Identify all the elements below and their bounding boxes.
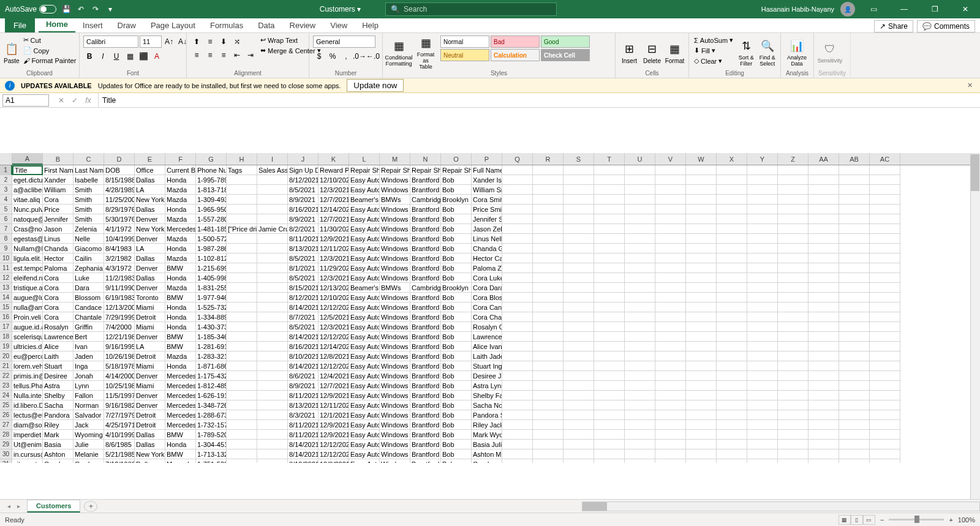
cell[interactable]: Brantford xyxy=(410,361,441,371)
cell[interactable] xyxy=(257,459,288,463)
cell[interactable] xyxy=(564,430,594,440)
cell[interactable] xyxy=(686,459,717,463)
cell[interactable]: 11/29/202 xyxy=(318,263,349,273)
cell[interactable]: Cora Dara xyxy=(472,283,502,293)
cell[interactable] xyxy=(533,205,564,214)
cell[interactable]: Cras@non xyxy=(12,224,43,234)
cell[interactable] xyxy=(839,175,870,185)
col-header[interactable]: O xyxy=(441,153,472,165)
cell[interactable] xyxy=(870,165,900,175)
cell[interactable]: Bob xyxy=(441,371,472,381)
cell[interactable]: Pandora xyxy=(43,410,74,420)
cell[interactable] xyxy=(564,410,594,420)
cell[interactable] xyxy=(655,332,686,342)
cell[interactable]: Easy Auto xyxy=(349,400,380,410)
cell[interactable]: 10/26/198 xyxy=(104,351,135,361)
cell[interactable] xyxy=(809,420,839,430)
cell[interactable] xyxy=(717,430,747,440)
cell[interactable]: Mercedes xyxy=(165,459,196,463)
align-top-icon[interactable]: ⬆ xyxy=(190,36,203,48)
cell[interactable]: Mercedes xyxy=(165,410,196,420)
cell[interactable]: Jason xyxy=(43,224,74,234)
ribbon-display-icon[interactable]: ▭ xyxy=(861,0,886,18)
cell[interactable]: Mark Wyoming xyxy=(472,430,502,440)
cell[interactable]: 8/13/2021 xyxy=(288,400,318,410)
cell[interactable]: Windows xyxy=(380,361,410,371)
cell[interactable]: Wyoming xyxy=(74,430,104,440)
view-page-layout-icon[interactable]: ▯ xyxy=(851,515,863,525)
cell[interactable]: Dallas xyxy=(135,273,165,283)
bold-button[interactable]: B xyxy=(83,50,96,62)
cell[interactable] xyxy=(625,254,655,263)
col-header[interactable]: U xyxy=(625,153,655,165)
cell[interactable] xyxy=(533,391,564,400)
cell[interactable] xyxy=(655,254,686,263)
cell[interactable]: 8/14/2021 xyxy=(288,332,318,342)
row-header[interactable]: 12 xyxy=(0,273,12,283)
cell[interactable]: 11/25/200 xyxy=(104,195,135,205)
cell[interactable] xyxy=(655,165,686,175)
cell[interactable]: Tags xyxy=(227,165,257,175)
cell[interactable]: Brantford xyxy=(410,449,441,459)
clear-button[interactable]: ◇ Clear ▾ xyxy=(693,56,734,66)
cell[interactable] xyxy=(747,195,778,205)
cell[interactable] xyxy=(502,165,533,175)
cell[interactable]: Windows xyxy=(380,410,410,420)
cell[interactable]: Chantale xyxy=(74,312,104,322)
cell[interactable] xyxy=(564,361,594,371)
cell[interactable] xyxy=(564,440,594,449)
cell[interactable] xyxy=(227,195,257,205)
cell[interactable] xyxy=(839,293,870,302)
cell[interactable]: 1-987-286-2721 xyxy=(196,244,227,254)
cell[interactable] xyxy=(717,381,747,391)
cell[interactable] xyxy=(594,391,625,400)
cell[interactable]: Blossom xyxy=(74,293,104,302)
cell[interactable]: BMW xyxy=(165,342,196,351)
cell[interactable] xyxy=(809,224,839,234)
cell[interactable] xyxy=(257,410,288,420)
cell[interactable]: 4/1/1972 xyxy=(104,224,135,234)
cell[interactable]: Brantford xyxy=(410,400,441,410)
cell[interactable]: Dallas xyxy=(135,430,165,440)
cell[interactable]: Alice Ivan xyxy=(472,342,502,351)
cell[interactable]: Bob xyxy=(441,322,472,332)
cell[interactable]: Repair Sh xyxy=(380,165,410,175)
cell[interactable]: Cambridge xyxy=(410,283,441,293)
cell[interactable]: Repair Sh xyxy=(410,165,441,175)
cell[interactable]: Mercedes xyxy=(165,381,196,391)
cell[interactable] xyxy=(778,195,809,205)
cell[interactable] xyxy=(717,175,747,185)
cell[interactable] xyxy=(686,440,717,449)
cell[interactable] xyxy=(594,185,625,195)
cell[interactable] xyxy=(870,400,900,410)
cell[interactable] xyxy=(870,420,900,430)
cell[interactable]: Melanie xyxy=(74,449,104,459)
cell[interactable] xyxy=(839,263,870,273)
cell[interactable] xyxy=(227,263,257,273)
cell[interactable] xyxy=(747,391,778,400)
cell[interactable]: Smith xyxy=(74,214,104,224)
cell[interactable] xyxy=(717,361,747,371)
cell[interactable]: Windows xyxy=(380,332,410,342)
cell[interactable]: 1-281-691-4010 xyxy=(196,342,227,351)
cell[interactable]: 1-481-185- xyxy=(196,224,227,234)
col-header[interactable]: G xyxy=(196,153,227,165)
align-right-icon[interactable]: ≡ xyxy=(217,49,230,61)
cell[interactable]: Office xyxy=(135,165,165,175)
cell[interactable] xyxy=(533,371,564,381)
cell[interactable]: Bob xyxy=(441,459,472,463)
underline-button[interactable]: U xyxy=(110,50,123,62)
cell[interactable]: a@acliber xyxy=(12,185,43,195)
cell[interactable] xyxy=(655,410,686,420)
cell[interactable]: Windows xyxy=(380,459,410,463)
row-header[interactable]: 29 xyxy=(0,440,12,449)
cell[interactable]: id.libero.D xyxy=(12,400,43,410)
cell[interactable] xyxy=(809,351,839,361)
cell[interactable]: Mazda xyxy=(165,234,196,244)
tab-help[interactable]: Help xyxy=(355,18,386,32)
cell[interactable] xyxy=(717,293,747,302)
cell[interactable] xyxy=(655,214,686,224)
tab-file[interactable]: File xyxy=(5,18,35,32)
cell[interactable]: DOB xyxy=(104,165,135,175)
cell[interactable]: Honda xyxy=(165,244,196,254)
